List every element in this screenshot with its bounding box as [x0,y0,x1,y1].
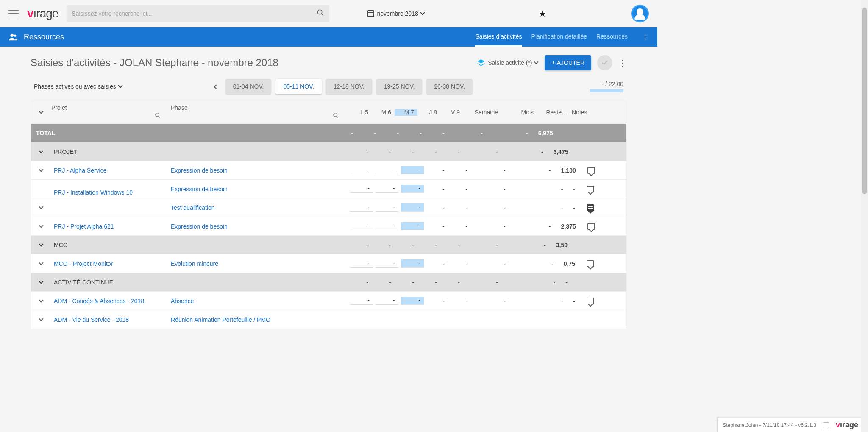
table-row: PRJ - Installation Windows 10Test qualif… [31,198,626,217]
expand-icon[interactable] [31,170,51,171]
day-cell[interactable]: - [401,222,424,230]
day-cell[interactable]: - [448,186,471,192]
more-icon[interactable]: ⋮ [641,32,649,42]
reste-cell: -1,100 [549,167,580,174]
expand-icon[interactable] [31,263,51,265]
note-icon[interactable] [587,298,594,304]
phase-link[interactable]: Réunion Animation Portefeuille / PMO [171,316,270,323]
day-cell[interactable]: - [401,259,424,268]
week-chip[interactable]: 19-25 NOV. [376,79,423,94]
note-icon[interactable] [587,260,594,267]
day-cell[interactable]: - [401,203,424,212]
week-chip[interactable]: 26-30 NOV. [426,79,473,94]
logo[interactable]: vırage [27,7,58,20]
page-more-icon[interactable]: ⋮ [618,58,627,68]
col-day: M 6 [372,109,395,116]
day-cell[interactable]: - [448,260,471,267]
project-link[interactable]: PRJ - Installation Windows 10 [54,189,133,196]
note-icon[interactable] [587,204,594,211]
day-cell[interactable]: - [425,223,448,230]
tab-planification[interactable]: Planification détaillée [531,27,587,47]
row-label: ACTIVITÉ CONTINUE [51,279,171,286]
semaine-cell: - [471,223,513,230]
expand-icon[interactable] [31,226,51,227]
day-cell[interactable]: - [376,222,398,230]
expand-icon[interactable] [31,281,51,283]
day-cell[interactable]: - [448,223,471,230]
semaine-cell: - [463,279,506,286]
reste-cell: -- [541,279,572,286]
day-cell[interactable]: - [401,297,424,305]
semaine-cell: - [471,186,513,192]
project-link[interactable]: ADM - Vie du Service - 2018 [54,316,129,323]
project-cell: MCO - Project Monitor [51,260,171,267]
total-row: TOTAL-------6,975 [31,123,626,142]
day-cell[interactable]: - [425,204,448,211]
project-link[interactable]: PRJ - Alpha Service [54,167,107,174]
day-cell[interactable]: - [425,298,448,304]
day-cell: - [372,148,395,155]
day-cell[interactable]: - [350,166,373,174]
week-chip[interactable]: 05-11 NOV. [275,79,322,94]
menu-icon[interactable] [8,10,19,17]
expand-icon[interactable] [31,151,51,153]
table-row: ADM - Congés & Absences - 2018Absence---… [31,291,626,310]
phase-link[interactable]: Absence [171,298,194,304]
day-cell[interactable]: - [350,185,373,193]
tab-saisies[interactable]: Saisies d'activités [475,27,522,47]
col-notes: Notes [572,109,594,116]
note-icon[interactable] [587,186,594,192]
project-link[interactable]: PRJ - Projet Alpha 621 [54,223,114,230]
month-picker[interactable]: novembre 2018 [367,10,424,17]
project-link[interactable]: ADM - Congés & Absences - 2018 [54,298,144,304]
day-cell[interactable]: - [376,166,398,174]
tab-ressources[interactable]: Ressources [596,27,628,47]
search-phase-icon[interactable] [333,112,339,120]
user-avatar[interactable] [631,5,649,22]
week-chip[interactable]: 12-18 NOV. [326,79,372,94]
search-icon[interactable] [317,9,324,19]
note-icon[interactable] [587,223,595,230]
phase-link[interactable]: Evolution mineure [171,260,218,267]
phase-link[interactable]: Expression de besoin [171,186,228,192]
day-cell[interactable]: - [401,185,424,193]
search-projet-icon[interactable] [155,112,161,120]
day-cell[interactable]: - [376,259,398,268]
day-cell[interactable]: - [350,203,373,212]
phase-link[interactable]: Expression de besoin [171,167,228,174]
day-cell[interactable]: - [448,204,471,211]
expand-icon[interactable] [31,207,51,209]
day-cell[interactable]: - [425,186,448,192]
expand-icon[interactable] [31,319,51,321]
project-link[interactable]: MCO - Project Monitor [54,260,113,267]
expand-all-icon[interactable] [31,111,51,113]
add-button[interactable]: + AJOUTER [545,55,591,70]
phase-link[interactable]: Test qualification [171,204,215,211]
day-cell[interactable]: - [448,167,471,174]
view-selector[interactable]: Saisie activité (*) [477,59,538,67]
day-cell[interactable]: - [448,298,471,304]
expand-icon[interactable] [31,244,51,246]
day-cell[interactable]: - [350,222,373,230]
day-cell[interactable]: - [376,185,398,193]
week-chip[interactable]: 01-04 NOV. [225,79,272,94]
favorite-icon[interactable]: ★ [539,8,546,19]
day-cell[interactable]: - [425,260,448,267]
chevron-down-icon [534,59,539,64]
day-cell: - [334,130,356,137]
search-input[interactable] [72,10,317,17]
table-row: MCO - Project MonitorEvolution mineure--… [31,254,626,273]
prev-week-button[interactable] [211,83,221,90]
day-cell[interactable]: - [401,166,424,174]
day-cell[interactable]: - [350,297,373,305]
expand-icon[interactable] [31,300,51,302]
note-icon[interactable] [587,167,595,174]
phase-filter[interactable]: Phases actives ou avec saisies [34,83,122,90]
validate-button[interactable] [597,55,612,70]
section-title: Ressources [24,33,64,42]
day-cell[interactable]: - [376,297,398,305]
day-cell[interactable]: - [350,259,373,268]
day-cell[interactable]: - [376,203,398,212]
day-cell[interactable]: - [425,167,448,174]
phase-link[interactable]: Expression de besoin [171,223,228,230]
